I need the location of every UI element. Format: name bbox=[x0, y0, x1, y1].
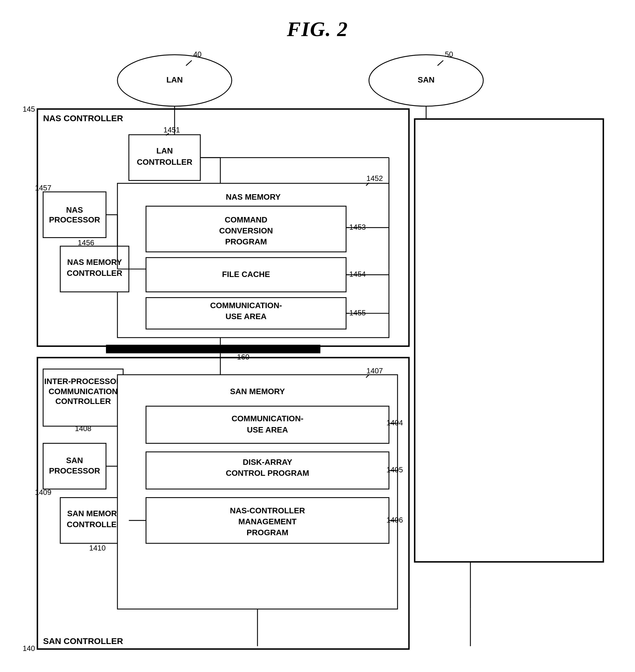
right-outer-box bbox=[415, 119, 604, 562]
comm-use-area-top-ref: 1455 bbox=[349, 309, 366, 317]
command-conversion-line1: COMMAND bbox=[225, 215, 267, 224]
comm-use-area-bot-line2: USE AREA bbox=[247, 425, 288, 434]
san-memory-ref: 1407 bbox=[366, 367, 383, 375]
nas-processor-box bbox=[43, 192, 106, 238]
nas-ctrl-mgmt-line1: NAS-CONTROLLER bbox=[230, 506, 305, 515]
comm-use-area-bot-ref: 1404 bbox=[387, 419, 403, 427]
nas-controller-label: NAS CONTROLLER bbox=[43, 113, 123, 123]
lan-controller-top-line2: CONTROLLER bbox=[137, 158, 192, 166]
file-cache-label: FILE CACHE bbox=[222, 270, 270, 279]
nas-ctrl-mgmt-line2: MANAGEMENT bbox=[238, 517, 297, 526]
lan-ref: 40 bbox=[193, 50, 202, 58]
inter-proc-line1: INTER-PROCESSOR bbox=[44, 377, 122, 386]
cmd-conv-ref: 1453 bbox=[349, 223, 366, 231]
san-controller-ref: 140 bbox=[23, 644, 35, 652]
inter-proc-line2: COMMUNICATION bbox=[48, 387, 118, 396]
nas-memory-ref: 1452 bbox=[366, 174, 383, 182]
san-processor-line1: SAN bbox=[66, 456, 83, 465]
file-cache-ref: 1454 bbox=[349, 270, 366, 278]
nas-ctrl-mgmt-ref: 1406 bbox=[387, 516, 403, 524]
lan-label: LAN bbox=[166, 75, 183, 84]
san-memory-ctrl-line2: CONTROLLER bbox=[67, 520, 122, 529]
san-memory-ctrl-line1: SAN MEMORY bbox=[67, 509, 122, 518]
nas-memory-ctrl-line1: NAS MEMORY bbox=[67, 257, 122, 267]
nas-memory-ctrl-line2: CONTROLLER bbox=[67, 269, 122, 277]
command-conversion-line2: CONVERSION bbox=[219, 226, 273, 235]
san-memory-ctrl-ref: 1410 bbox=[89, 544, 106, 552]
bus-ref: 160 bbox=[237, 353, 249, 361]
san-label: SAN bbox=[418, 75, 435, 84]
inter-proc-line3: CONTROLLER bbox=[56, 397, 111, 406]
comm-use-area-bot-box bbox=[146, 406, 389, 444]
disk-array-control-line2: CONTROL PROGRAM bbox=[226, 469, 309, 477]
diagram-area: LAN 40 SAN 50 NAS CONTROLLER 145 SAN CON… bbox=[17, 46, 618, 660]
san-ref: 50 bbox=[445, 50, 453, 58]
comm-use-area-top-line1: COMMUNICATION- bbox=[210, 301, 282, 310]
san-processor-line2: PROCESSOR bbox=[49, 466, 100, 475]
nas-memory-ctrl-ref: 1456 bbox=[78, 239, 94, 247]
comm-use-area-bot-line1: COMMUNICATION- bbox=[232, 414, 303, 423]
nas-processor-line2: PROCESSOR bbox=[49, 215, 100, 224]
command-conversion-line3: PROGRAM bbox=[225, 237, 267, 246]
disk-array-control-line1: DISK-ARRAY bbox=[243, 457, 292, 467]
nas-controller-ref: 145 bbox=[23, 105, 35, 113]
lan-controller-top-line1: LAN bbox=[156, 146, 173, 155]
inter-proc-ref: 1408 bbox=[75, 424, 91, 432]
san-processor-ref: 1409 bbox=[35, 488, 51, 496]
san-memory-label: SAN MEMORY bbox=[230, 387, 285, 396]
nas-memory-label: NAS MEMORY bbox=[226, 193, 281, 201]
figure-title: FIG. 2 bbox=[0, 0, 635, 41]
lan-controller-top-ref: 1451 bbox=[163, 126, 180, 134]
nas-processor-ref: 1457 bbox=[35, 184, 51, 192]
nas-ctrl-mgmt-line3: PROGRAM bbox=[246, 528, 288, 537]
nas-processor-line1: NAS bbox=[66, 205, 83, 215]
comm-use-area-top-line2: USE AREA bbox=[225, 312, 266, 321]
san-controller-label: SAN CONTROLLER bbox=[43, 636, 123, 646]
disk-array-control-ref: 1405 bbox=[387, 466, 403, 474]
